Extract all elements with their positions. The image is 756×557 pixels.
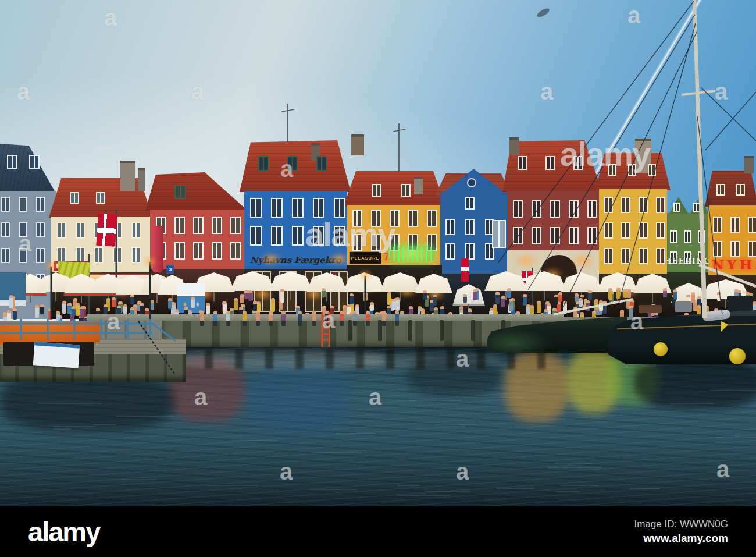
sailboat-mast (693, 0, 707, 318)
blue-railing (0, 319, 176, 341)
footer-credits: Image ID: WWWN0G www.alamy.com (634, 519, 728, 545)
street-lamp-glow (358, 269, 373, 281)
stock-photo-nyhavn: BAROCK RESTAURANT BAROCK Nyhavns Færgekr… (0, 0, 756, 557)
street-lamp-glow (44, 260, 59, 272)
rigging-layer (0, 0, 756, 557)
image-id-text: Image ID: WWWN0G (634, 519, 728, 530)
boom (699, 265, 756, 286)
mooring-chain (138, 321, 174, 374)
quay-ladder (322, 312, 329, 347)
alamy-url-text: www.alamy.com (634, 532, 728, 545)
alamy-logo: alamy (28, 518, 99, 545)
rigging-lines (498, 1, 756, 314)
lamp-posts (51, 262, 365, 319)
alamy-watermark-bar: alamy Image ID: WWWN0G www.alamy.com (0, 506, 756, 557)
street-lamp-glow (142, 256, 158, 268)
